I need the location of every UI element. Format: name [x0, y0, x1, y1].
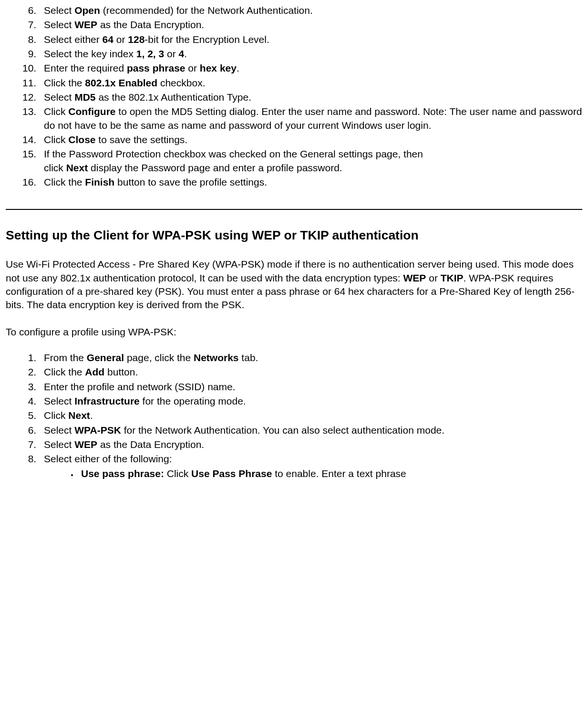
- bold: WEP: [403, 272, 426, 283]
- bold: Infrastructure: [74, 395, 140, 406]
- bold: 128: [128, 34, 144, 45]
- step-item: Select WPA-PSK for the Network Authentic…: [39, 424, 582, 437]
- text: click: [44, 162, 66, 173]
- bold: Configure: [68, 106, 115, 117]
- text: Select: [44, 5, 74, 16]
- sub-item: Use pass phrase: Click Use Pass Phrase t…: [78, 467, 582, 480]
- sub-list: Use pass phrase: Click Use Pass Phrase t…: [44, 467, 582, 480]
- bold: WEP: [74, 19, 97, 30]
- text: to enable. Enter a text phrase: [272, 468, 406, 479]
- text: checkbox.: [157, 77, 205, 88]
- step-item: Select either 64 or 128-bit for the Encr…: [39, 33, 582, 46]
- text: Click: [44, 106, 68, 117]
- step-item: Select WEP as the Data Encryption.: [39, 18, 582, 31]
- step-item: Click Configure to open the MD5 Setting …: [39, 105, 582, 132]
- text: display the Password page and enter a pr…: [88, 162, 342, 173]
- bold: Next: [68, 410, 90, 421]
- text: for the Network Authentication. You can …: [121, 425, 444, 436]
- step-item: Click the Add button.: [39, 365, 582, 379]
- bold: Open: [74, 5, 100, 16]
- bold: Networks: [194, 352, 239, 363]
- bold: Use pass phrase:: [81, 468, 164, 479]
- section-divider: [6, 209, 582, 210]
- step-item: Select Open (recommended) for the Networ…: [39, 4, 582, 17]
- text: Select the key index: [44, 48, 136, 59]
- bold: 64: [103, 34, 113, 45]
- step-item: Select either of the following: Use pass…: [39, 452, 582, 480]
- text: button to save the profile settings.: [114, 177, 267, 187]
- step-item: Click the 802.1x Enabled checkbox.: [39, 76, 582, 90]
- text: Enter the profile and network (SSID) nam…: [44, 381, 236, 392]
- text: Click the: [44, 77, 85, 88]
- text: If the Password Protection checkbox was …: [44, 148, 423, 159]
- step-item: Enter the profile and network (SSID) nam…: [39, 380, 582, 394]
- section-heading: Setting up the Client for WPA-PSK using …: [6, 227, 582, 244]
- bold: pass phrase: [127, 62, 186, 73]
- text: or: [426, 272, 440, 283]
- text: .: [237, 62, 239, 73]
- text: Click: [44, 410, 68, 421]
- bold: WPA-PSK: [74, 425, 121, 436]
- text: or: [113, 34, 128, 45]
- text: Select: [44, 425, 74, 436]
- step-item: If the Password Protection checkbox was …: [39, 147, 582, 175]
- text: as the Data Encryption.: [97, 439, 204, 450]
- bold: General: [87, 352, 124, 363]
- text: .: [90, 410, 93, 421]
- text: .: [184, 48, 187, 59]
- text: From the: [44, 352, 87, 363]
- bold: TKIP: [441, 272, 464, 283]
- text: Enter the required: [44, 62, 127, 73]
- text: page, click the: [124, 352, 194, 363]
- bold: hex key: [200, 62, 237, 73]
- text: Select: [44, 395, 74, 406]
- bold: Add: [85, 366, 104, 377]
- text: Select: [44, 439, 74, 450]
- bold: Finish: [85, 177, 114, 187]
- step-item: Click the Finish button to save the prof…: [39, 176, 582, 189]
- bold: 4: [179, 48, 185, 59]
- text: Click: [44, 134, 68, 145]
- step-item: Click Close to save the settings.: [39, 133, 582, 146]
- text: or: [164, 48, 178, 59]
- intro-paragraph: Use Wi-Fi Protected Access - Pre Shared …: [6, 258, 582, 312]
- text: tab.: [239, 352, 258, 363]
- steps-list-1: Select Open (recommended) for the Networ…: [6, 4, 582, 189]
- text: as the 802.1x Authentication Type.: [96, 92, 252, 103]
- bold: Close: [68, 134, 95, 145]
- lead-in-paragraph: To configure a profile using WPA-PSK:: [6, 325, 582, 339]
- text: Select either of the following:: [44, 453, 172, 464]
- text: or: [186, 62, 200, 73]
- bold: MD5: [74, 92, 95, 103]
- text: Click: [164, 468, 191, 479]
- steps-list-2: From the General page, click the Network…: [6, 351, 582, 480]
- step-item: From the General page, click the Network…: [39, 351, 582, 364]
- text: as the Data Encryption.: [97, 19, 204, 30]
- text: Select: [44, 92, 74, 103]
- text: to save the settings.: [96, 134, 188, 145]
- step-item: Select WEP as the Data Encryption.: [39, 438, 582, 451]
- text: for the operating mode.: [140, 395, 246, 406]
- step-item: Click Next.: [39, 409, 582, 422]
- text: Click the: [44, 177, 85, 187]
- text: Click the: [44, 366, 85, 377]
- step-item: Enter the required pass phrase or hex ke…: [39, 62, 582, 75]
- bold: WEP: [74, 439, 97, 450]
- text: to open the MD5 Setting dialog. Enter th…: [44, 106, 582, 130]
- bold: Next: [66, 162, 88, 173]
- bold: 802.1x Enabled: [85, 77, 157, 88]
- step-item: Select MD5 as the 802.1x Authentication …: [39, 91, 582, 104]
- step-item: Select the key index 1, 2, 3 or 4.: [39, 47, 582, 61]
- bold: Use Pass Phrase: [191, 468, 272, 479]
- text: -bit for the Encryption Level.: [144, 34, 269, 45]
- text: (recommended) for the Network Authentica…: [100, 5, 313, 16]
- bold: 1, 2, 3: [136, 48, 164, 59]
- step-item: Select Infrastructure for the operating …: [39, 395, 582, 408]
- text: Select either: [44, 34, 103, 45]
- text: button.: [104, 366, 138, 377]
- text: Select: [44, 19, 74, 30]
